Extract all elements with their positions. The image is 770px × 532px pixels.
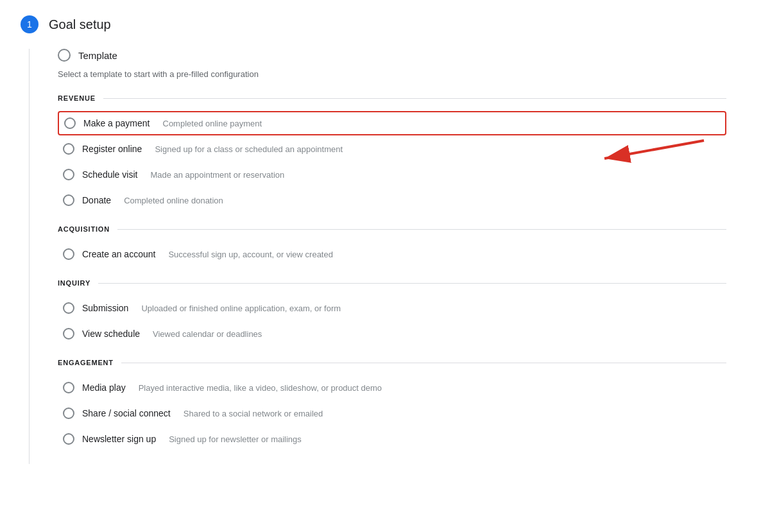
donate-radio[interactable] bbox=[63, 194, 74, 206]
template-label: Template bbox=[78, 50, 117, 61]
schedule-visit-radio[interactable] bbox=[63, 169, 74, 180]
submission-name: Submission bbox=[82, 303, 128, 313]
inquiry-title: INQUIRY bbox=[58, 279, 90, 287]
register-online-name: Register online bbox=[82, 144, 142, 154]
donate-desc: Completed online donation bbox=[124, 196, 223, 205]
submission-radio[interactable] bbox=[63, 302, 74, 314]
inquiry-section: INQUIRY Submission Uploaded or finished … bbox=[58, 279, 726, 346]
acquisition-title: ACQUISITION bbox=[58, 225, 110, 233]
make-payment-radio[interactable] bbox=[64, 117, 76, 129]
arrow-svg bbox=[592, 134, 707, 169]
arrow-annotation bbox=[592, 134, 707, 169]
engagement-title: ENGAGEMENT bbox=[58, 359, 114, 366]
view-schedule-name: View schedule bbox=[82, 329, 140, 339]
page-title: Goal setup bbox=[49, 17, 111, 32]
media-play-option[interactable]: Media play Played interactive media, lik… bbox=[58, 375, 726, 400]
media-play-name: Media play bbox=[82, 382, 126, 393]
vertical-line bbox=[29, 49, 30, 464]
share-social-desc: Shared to a social network or emailed bbox=[184, 409, 323, 418]
schedule-visit-name: Schedule visit bbox=[82, 169, 137, 180]
revenue-line bbox=[103, 98, 726, 99]
create-account-option[interactable]: Create an account Successful sign up, ac… bbox=[58, 242, 726, 266]
make-payment-desc: Completed online payment bbox=[163, 119, 262, 128]
donate-option[interactable]: Donate Completed online donation bbox=[58, 188, 726, 212]
revenue-title: REVENUE bbox=[58, 94, 96, 102]
template-radio[interactable] bbox=[58, 49, 71, 62]
step-badge: 1 bbox=[21, 15, 38, 33]
make-payment-option[interactable]: Make a payment Completed online payment bbox=[58, 111, 726, 135]
share-social-radio[interactable] bbox=[63, 408, 74, 419]
schedule-visit-desc: Made an appointment or reservation bbox=[150, 170, 284, 180]
acquisition-line bbox=[117, 229, 726, 230]
inquiry-line bbox=[98, 283, 726, 284]
engagement-line bbox=[121, 363, 726, 363]
create-account-radio[interactable] bbox=[63, 248, 74, 260]
newsletter-signup-radio[interactable] bbox=[63, 433, 74, 445]
share-social-option[interactable]: Share / social connect Shared to a socia… bbox=[58, 401, 726, 425]
engagement-section: ENGAGEMENT Media play Played interactive… bbox=[58, 359, 726, 451]
view-schedule-radio[interactable] bbox=[63, 328, 74, 339]
register-online-desc: Signed up for a class or scheduled an ap… bbox=[155, 144, 343, 154]
inquiry-header: INQUIRY bbox=[58, 279, 726, 287]
newsletter-signup-desc: Signed up for newsletter or mailings bbox=[169, 434, 302, 444]
submission-desc: Uploaded or finished online application,… bbox=[141, 304, 341, 313]
engagement-header: ENGAGEMENT bbox=[58, 359, 726, 366]
share-social-name: Share / social connect bbox=[82, 408, 171, 418]
goal-setup-header: 1 Goal setup bbox=[21, 15, 726, 33]
template-radio-row[interactable]: Template bbox=[58, 49, 726, 62]
media-play-radio[interactable] bbox=[63, 382, 74, 393]
register-online-radio[interactable] bbox=[63, 143, 74, 155]
acquisition-header: ACQUISITION bbox=[58, 225, 726, 233]
revenue-header: REVENUE bbox=[58, 94, 726, 102]
media-play-desc: Played interactive media, like a video, … bbox=[139, 383, 382, 393]
submission-option[interactable]: Submission Uploaded or finished online a… bbox=[58, 296, 726, 320]
svg-line-1 bbox=[604, 141, 704, 159]
newsletter-signup-option[interactable]: Newsletter sign up Signed up for newslet… bbox=[58, 427, 726, 451]
acquisition-section: ACQUISITION Create an account Successful… bbox=[58, 225, 726, 266]
make-payment-name: Make a payment bbox=[83, 118, 150, 128]
view-schedule-option[interactable]: View schedule Viewed calendar or deadlin… bbox=[58, 322, 726, 346]
donate-name: Donate bbox=[82, 195, 111, 205]
view-schedule-desc: Viewed calendar or deadlines bbox=[153, 329, 262, 339]
create-account-name: Create an account bbox=[82, 249, 155, 259]
template-subtitle: Select a template to start with a pre-fi… bbox=[58, 69, 726, 79]
create-account-desc: Successful sign up, account, or view cre… bbox=[168, 250, 333, 259]
newsletter-signup-name: Newsletter sign up bbox=[82, 434, 156, 444]
